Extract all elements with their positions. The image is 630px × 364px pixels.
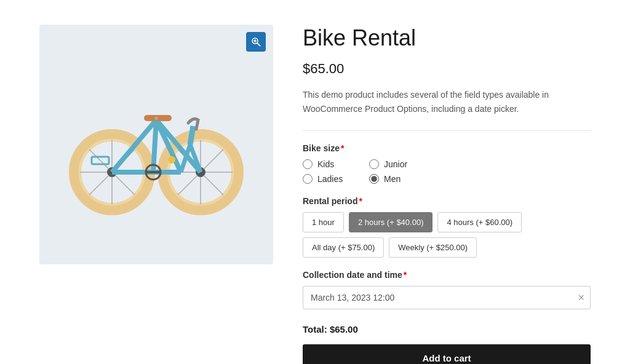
svg-line-28	[190, 126, 193, 144]
rental-period-required: *	[359, 196, 362, 206]
svg-line-25	[178, 175, 197, 195]
svg-rect-29	[144, 115, 172, 121]
bike-size-group: Bike size * Kids Junior Ladies Men	[303, 143, 591, 184]
svg-line-12	[115, 175, 135, 195]
datetime-clear-button[interactable]: ×	[578, 292, 584, 303]
rental-period-options: 1 hour 2 hours (+ $40.00) 4 hours (+ $60…	[303, 212, 591, 258]
product-description: This demo product includes several of th…	[303, 88, 591, 116]
collection-datetime-label: Collection date and time *	[303, 270, 591, 280]
period-4hours[interactable]: 4 hours (+ $60.00)	[437, 212, 522, 232]
period-weekly[interactable]: Weekly (+ $250.00)	[389, 237, 477, 258]
bike-size-men[interactable]: Men	[369, 174, 426, 184]
product-details: Bike Rental $65.00 This demo product inc…	[303, 25, 591, 364]
zoom-icon[interactable]	[246, 32, 266, 52]
total-price: Total: $65.00	[303, 324, 591, 334]
bike-size-kids[interactable]: Kids	[303, 159, 359, 169]
bike-size-label: Bike size *	[303, 143, 591, 153]
section-divider	[303, 130, 591, 131]
product-image	[58, 58, 255, 231]
collection-datetime-group: Collection date and time * ×	[303, 270, 591, 309]
add-to-cart-button[interactable]: Add to cart	[303, 344, 591, 364]
period-allday[interactable]: All day (+ $75.00)	[303, 237, 384, 258]
product-image-wrapper	[39, 25, 273, 264]
collection-datetime-required: *	[404, 270, 407, 280]
svg-line-14	[89, 175, 109, 195]
svg-line-1	[257, 43, 260, 46]
svg-line-24	[204, 149, 223, 169]
bike-size-options: Kids Junior Ladies Men	[303, 159, 426, 184]
svg-point-34	[168, 156, 175, 164]
period-2hours[interactable]: 2 hours (+ $40.00)	[349, 212, 433, 232]
period-1hour[interactable]: 1 hour	[303, 212, 344, 232]
rental-period-group: Rental period * 1 hour 2 hours (+ $40.00…	[303, 196, 591, 258]
product-price: $65.00	[303, 61, 591, 77]
svg-line-23	[204, 175, 223, 195]
datetime-input-wrapper: ×	[303, 286, 591, 309]
bike-size-required: *	[341, 143, 344, 153]
collection-datetime-input[interactable]	[303, 286, 591, 309]
rental-period-label: Rental period *	[303, 196, 591, 206]
product-container: Bike Rental $65.00 This demo product inc…	[20, 0, 610, 364]
bike-size-ladies[interactable]: Ladies	[303, 174, 359, 184]
bike-size-junior[interactable]: Junior	[369, 159, 426, 169]
product-title: Bike Rental	[303, 25, 591, 51]
